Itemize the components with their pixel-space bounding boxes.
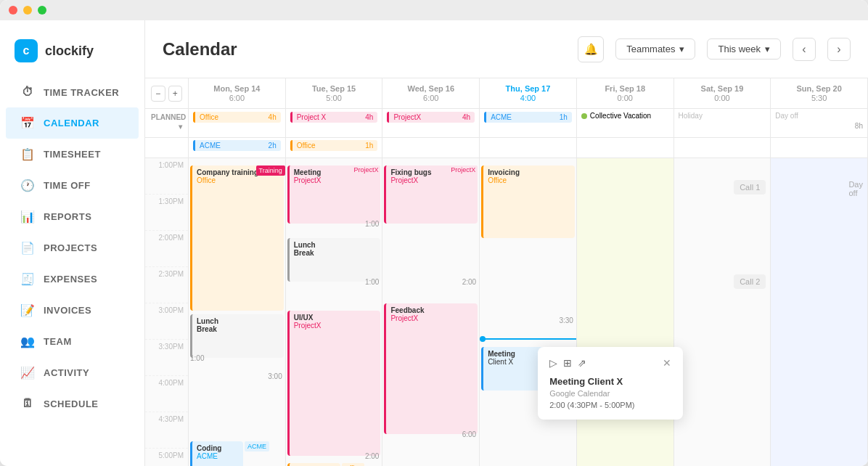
sidebar-item-label: TIMESHEET bbox=[44, 149, 101, 160]
logo-text: clockify bbox=[45, 44, 94, 59]
event-lunch-mon[interactable]: Lunch Break bbox=[190, 314, 284, 358]
reports-icon: 📊 bbox=[20, 210, 35, 224]
event-fixing-bugs[interactable]: Fixing bugs ProjectX bbox=[384, 165, 478, 224]
close-button[interactable]: ✕ bbox=[663, 357, 671, 369]
hover-title: Meeting Client X bbox=[549, 376, 671, 387]
event-uiux[interactable]: UI/UX ProjectX bbox=[287, 311, 381, 456]
day-name-thu: Thu, Sep 17 bbox=[488, 84, 568, 93]
day-time-tue: 5:00 bbox=[295, 94, 374, 102]
planned-tag-acme-mon: ACME2h bbox=[193, 140, 281, 151]
sidebar-item-projects[interactable]: 📄 PROJECTS bbox=[6, 232, 139, 263]
meeting-time: 1:00 bbox=[365, 220, 379, 228]
uiux-time: 2:00 bbox=[365, 452, 379, 460]
sidebar-item-label: SCHEDULE bbox=[44, 398, 99, 409]
sidebar-item-timesheet[interactable]: 📋 TIMESHEET bbox=[6, 139, 139, 170]
hover-time: 2:00 (4:30PM - 5:00PM) bbox=[549, 401, 671, 409]
event-call1[interactable]: Call 1 bbox=[734, 180, 766, 195]
time-330pm: 3:30PM bbox=[145, 340, 188, 376]
day-header-thu: Thu, Sep 17 4:00 bbox=[480, 78, 577, 108]
day-col-sat: Call 1 Call 2 bbox=[674, 158, 771, 466]
sidebar-item-activity[interactable]: 📈 ACTIVITY bbox=[6, 357, 139, 388]
time-4pm: 4:00PM bbox=[145, 376, 188, 412]
event-feedback[interactable]: Feedback ProjectX bbox=[384, 303, 478, 434]
time-430pm: 4:30PM bbox=[145, 412, 188, 449]
page-header: Calendar 🔔 Teammates ▾ This week ▾ ‹ › bbox=[145, 20, 868, 78]
event-invoicing[interactable]: Invoicing Office bbox=[481, 165, 575, 238]
prev-week-button[interactable]: ‹ bbox=[793, 38, 816, 61]
maximize-dot[interactable] bbox=[38, 6, 46, 15]
event-emails[interactable]: Emails Office bbox=[287, 463, 340, 466]
vacation-dot bbox=[581, 113, 587, 119]
sidebar-item-time-tracker[interactable]: ⏱ TIME TRACKER bbox=[6, 77, 139, 107]
app-window: c clockify ⏱ TIME TRACKER 📅 CALENDAR 📋 T… bbox=[0, 0, 868, 466]
planned-tue: Project X4h bbox=[286, 109, 383, 137]
event-call2[interactable]: Call 2 bbox=[734, 274, 766, 289]
planned-sun: Day off 8h bbox=[771, 109, 868, 137]
day-header-fri: Fri, Sep 18 0:00 bbox=[577, 78, 674, 108]
planned2-sat bbox=[674, 138, 771, 158]
time-indicator-dot bbox=[480, 336, 486, 342]
sidebar-item-expenses[interactable]: 🧾 EXPENSES bbox=[6, 263, 139, 295]
event-lunch-tue[interactable]: Lunch Break bbox=[287, 238, 381, 282]
minimize-dot[interactable] bbox=[23, 6, 32, 15]
sidebar-item-label: TIME OFF bbox=[44, 180, 91, 191]
logo: c clockify bbox=[0, 32, 144, 77]
holiday-label: Holiday bbox=[679, 112, 766, 120]
day-header-tue: Tue, Sep 15 5:00 bbox=[286, 78, 383, 108]
event-company-training[interactable]: Company training Office bbox=[190, 165, 284, 311]
planned2-sun bbox=[771, 138, 868, 158]
time-130pm: 1:30PM bbox=[145, 195, 188, 231]
sidebar-item-reports[interactable]: 📊 REPORTS bbox=[6, 201, 139, 232]
play-icon[interactable]: ▷ bbox=[549, 357, 557, 369]
time-1pm: 1:00PM bbox=[145, 158, 188, 195]
sidebar-item-team[interactable]: 👥 TEAM bbox=[6, 326, 139, 357]
sidebar-item-calendar[interactable]: 📅 CALENDAR bbox=[6, 107, 139, 139]
calendar-body: 1:00PM 1:30PM 2:00PM 2:30PM 3:00PM 3:30P… bbox=[145, 158, 868, 466]
sidebar-item-schedule[interactable]: 🗓 SCHEDULE bbox=[6, 388, 139, 419]
day-time-mon: 6:00 bbox=[197, 94, 277, 102]
schedule-icon: 🗓 bbox=[20, 397, 35, 410]
calendar-icon: 📅 bbox=[20, 116, 35, 130]
day-time-fri: 0:00 bbox=[586, 94, 665, 102]
teammates-dropdown[interactable]: Teammates ▾ bbox=[615, 38, 695, 60]
planned-row-2: ACME2h Office1h bbox=[145, 138, 868, 158]
planned2-tue: Office1h bbox=[286, 138, 383, 158]
settings-button[interactable]: 🔔 bbox=[578, 36, 604, 62]
sidebar-item-invoices[interactable]: 📝 INVOICES bbox=[6, 295, 139, 326]
calendar-corner: − + bbox=[145, 78, 189, 108]
day-col-fri bbox=[577, 158, 674, 466]
time-230pm: 2:30PM bbox=[145, 267, 188, 303]
planned-tag-office-tue: Office1h bbox=[290, 140, 378, 151]
next-week-button[interactable]: › bbox=[827, 38, 851, 61]
planned-sat: Holiday bbox=[674, 109, 771, 137]
sidebar: c clockify ⏱ TIME TRACKER 📅 CALENDAR 📋 T… bbox=[0, 20, 145, 466]
event-meeting-projectx[interactable]: Meeting ProjectX bbox=[287, 165, 381, 224]
sidebar-item-label: CALENDAR bbox=[44, 118, 99, 128]
copy-icon[interactable]: ⊞ bbox=[563, 357, 572, 369]
main-content: Calendar 🔔 Teammates ▾ This week ▾ ‹ › bbox=[145, 20, 868, 466]
sidebar-item-label: PROJECTS bbox=[44, 242, 97, 253]
day-time-sun: 5:30 bbox=[779, 94, 859, 102]
team-icon: 👥 bbox=[20, 335, 35, 348]
sidebar-item-label: REPORTS bbox=[44, 211, 91, 222]
planned-collapse[interactable]: ▾ bbox=[151, 123, 182, 131]
office-badge-tue: Office bbox=[342, 463, 364, 466]
this-week-dropdown[interactable]: This week ▾ bbox=[707, 38, 781, 60]
bugs-time: 2:00 bbox=[462, 278, 476, 286]
event-coding[interactable]: Coding ACME bbox=[190, 441, 243, 466]
titlebar bbox=[0, 0, 868, 20]
sidebar-item-label: TEAM bbox=[44, 336, 72, 347]
time-indicator-line bbox=[480, 338, 576, 340]
external-link-icon[interactable]: ⇗ bbox=[578, 357, 586, 369]
teammates-label: Teammates bbox=[626, 44, 675, 54]
page-title: Calendar bbox=[163, 39, 566, 60]
training-badge: Training bbox=[256, 165, 285, 176]
planned-tag-projectx-wed: ProjectX4h bbox=[387, 112, 475, 123]
expand-button[interactable]: + bbox=[168, 86, 183, 102]
day-off-hours: 8h bbox=[855, 122, 863, 130]
time-3pm: 3:00PM bbox=[145, 303, 188, 340]
collapse-button[interactable]: − bbox=[151, 86, 165, 102]
this-week-label: This week bbox=[718, 44, 761, 54]
sidebar-item-time-off[interactable]: 🕐 TIME OFF bbox=[6, 170, 139, 201]
close-dot[interactable] bbox=[9, 6, 17, 15]
